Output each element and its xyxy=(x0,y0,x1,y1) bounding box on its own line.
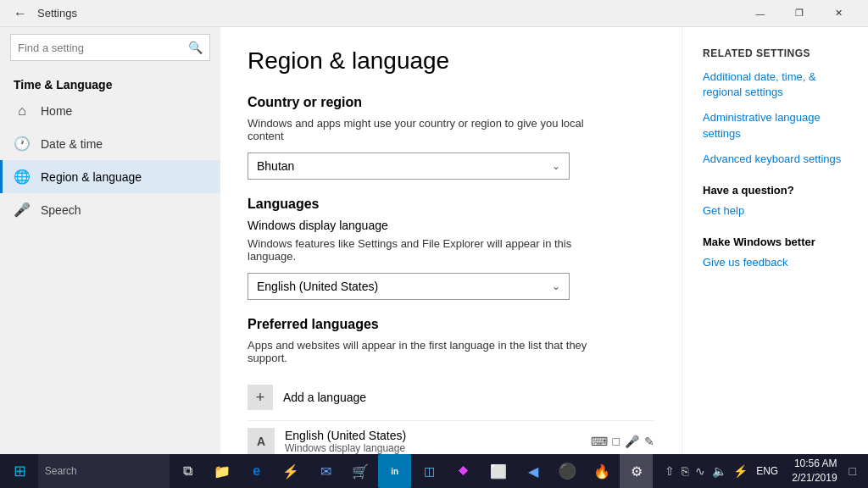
lang-keyboard-icon: ⌨ xyxy=(591,435,608,448)
right-panel: Related settings Additional date, time, … xyxy=(682,27,868,454)
lang-mic-icon: 🎤 xyxy=(625,435,639,448)
firefox-button[interactable]: 🔥 xyxy=(586,454,619,488)
language-item-0: A English (United States) Windows displa… xyxy=(248,420,654,454)
restore-button[interactable]: ❐ xyxy=(780,0,819,27)
files-button[interactable]: 📁 xyxy=(206,454,239,488)
task-view-button[interactable]: ⧉ xyxy=(171,454,204,488)
sidebar-item-region-language-label: Region & language xyxy=(41,170,142,184)
display-language-desc: Windows features like Settings and File … xyxy=(248,237,620,263)
languages-title: Languages xyxy=(248,197,654,212)
lang-speech-icon: □ xyxy=(613,435,620,448)
search-input[interactable] xyxy=(18,42,188,54)
page-title: Region & language xyxy=(248,47,654,75)
settings-button[interactable]: ⚙ xyxy=(620,454,653,488)
display-language-chevron-icon: ⌄ xyxy=(552,280,560,292)
country-selected: Bhutan xyxy=(257,159,294,173)
make-better-label: Make Windows better xyxy=(703,236,848,248)
sidebar-item-home[interactable]: ⌂ Home xyxy=(0,95,220,127)
related-link-1[interactable]: Administrative language settings xyxy=(703,110,848,141)
get-help-link[interactable]: Get help xyxy=(703,203,848,219)
sidebar-item-region-language[interactable]: 🌐 Region & language xyxy=(0,160,220,193)
battery-icon[interactable]: ⚡ xyxy=(732,463,749,480)
close-button[interactable]: ✕ xyxy=(819,0,858,27)
mail-button[interactable]: ✉ xyxy=(309,454,342,488)
minimize-button[interactable]: — xyxy=(741,0,780,27)
clock-date: 2/21/2019 xyxy=(792,471,837,485)
title-bar: ← Settings — ❐ ✕ xyxy=(0,0,868,27)
country-chevron-icon: ⌄ xyxy=(552,160,560,172)
lang-name-0: English (United States) xyxy=(285,429,584,442)
search-icon: 🔍 xyxy=(188,41,203,54)
main-layout: 🔍 Time & Language ⌂ Home 🕐 Date & time 🌐… xyxy=(0,27,868,454)
content-area: Region & language Country or region Wind… xyxy=(220,27,682,454)
linkedin-button[interactable]: in xyxy=(378,454,411,488)
related-link-2[interactable]: Advanced keyboard settings xyxy=(703,152,848,167)
have-question-section: Have a question? Get help xyxy=(703,184,848,219)
another-button[interactable]: ⬜ xyxy=(482,454,515,488)
lang-sub-0: Windows display language xyxy=(285,442,584,454)
network-icon[interactable]: ⎘ xyxy=(680,463,690,480)
languages-section: Languages Windows display language Windo… xyxy=(248,197,654,454)
sidebar-item-date-time-label: Date & time xyxy=(41,137,103,151)
search-button[interactable]: Search xyxy=(38,454,170,488)
make-better-section: Make Windows better Give us feedback xyxy=(703,236,848,270)
country-section-desc: Windows and apps might use your country … xyxy=(248,117,620,142)
lang-action-icons-0: ⌨ □ 🎤 ✎ xyxy=(591,435,654,448)
country-dropdown[interactable]: Bhutan ⌄ xyxy=(248,152,570,180)
preferred-desc: Apps and websites will appear in the fir… xyxy=(248,339,620,364)
give-feedback-link[interactable]: Give us feedback xyxy=(703,255,848,270)
sidebar-item-speech-label: Speech xyxy=(41,203,81,217)
clock-time: 10:56 AM xyxy=(792,457,837,471)
paintnet-button[interactable]: ⯁ xyxy=(448,454,481,488)
lang-text-0: English (United States) Windows display … xyxy=(285,429,584,454)
lang-pen-icon: ✎ xyxy=(644,435,654,448)
title-bar-text: Settings xyxy=(37,7,77,19)
sidebar-item-home-label: Home xyxy=(41,104,72,118)
display-language-dropdown[interactable]: English (United States) ⌄ xyxy=(248,273,570,300)
preferred-label: Preferred languages xyxy=(248,317,654,332)
search-box[interactable]: 🔍 xyxy=(10,34,210,61)
have-question-label: Have a question? xyxy=(703,184,848,197)
start-button[interactable]: ⊞ xyxy=(3,454,36,488)
system-clock: 10:56 AM 2/21/2019 xyxy=(785,457,843,485)
taskbar-tray: ⇧ ⎘ ∿ 🔈 ⚡ ENG 10:56 AM 2/21/2019 □ xyxy=(656,457,865,485)
related-link-0[interactable]: Additional date, time, & regional settin… xyxy=(703,69,848,100)
country-section-title: Country or region xyxy=(248,95,654,110)
plus-icon: + xyxy=(248,385,273,410)
up-arrow-icon[interactable]: ⇧ xyxy=(663,463,676,480)
window: ← Settings — ❐ ✕ 🔍 Time & Language ⌂ Hom… xyxy=(0,0,868,488)
language-indicator[interactable]: ENG xyxy=(753,465,782,477)
lang-icon-0: A xyxy=(248,428,275,454)
display-language-label: Windows display language xyxy=(248,219,654,232)
back-nav-button[interactable]: ◀ xyxy=(516,454,549,488)
clock-icon: 🕐 xyxy=(14,136,31,152)
window-controls: — ❐ ✕ xyxy=(741,0,858,27)
nav-section-header: Time & Language xyxy=(0,68,220,95)
lightning-button[interactable]: ⚡ xyxy=(275,454,308,488)
volume-icon[interactable]: 🔈 xyxy=(710,463,728,480)
chrome-button[interactable]: ⚫ xyxy=(551,454,584,488)
vscode-button[interactable]: ◫ xyxy=(413,454,446,488)
wifi-icon[interactable]: ∿ xyxy=(693,463,707,480)
add-language-label: Add a language xyxy=(283,391,366,404)
sidebar: 🔍 Time & Language ⌂ Home 🕐 Date & time 🌐… xyxy=(0,27,220,454)
edge-button[interactable]: e xyxy=(240,454,273,488)
sidebar-item-speech[interactable]: 🎤 Speech xyxy=(0,193,220,226)
add-language-button[interactable]: + Add a language xyxy=(248,378,654,417)
home-icon: ⌂ xyxy=(14,103,31,119)
taskbar: ⊞ Search ⧉ 📁 e ⚡ ✉ 🛒 in ◫ ⯁ ⬜ ◀ ⚫ 🔥 ⚙ ⇧ … xyxy=(0,454,868,488)
store-button[interactable]: 🛒 xyxy=(344,454,377,488)
sidebar-item-date-time[interactable]: 🕐 Date & time xyxy=(0,127,220,160)
related-settings-title: Related settings xyxy=(703,47,848,59)
globe-icon: 🌐 xyxy=(14,169,31,185)
notification-icon[interactable]: □ xyxy=(848,463,858,480)
display-language-selected: English (United States) xyxy=(257,280,378,293)
mic-icon: 🎤 xyxy=(14,202,31,218)
back-button[interactable]: ← xyxy=(10,3,31,24)
